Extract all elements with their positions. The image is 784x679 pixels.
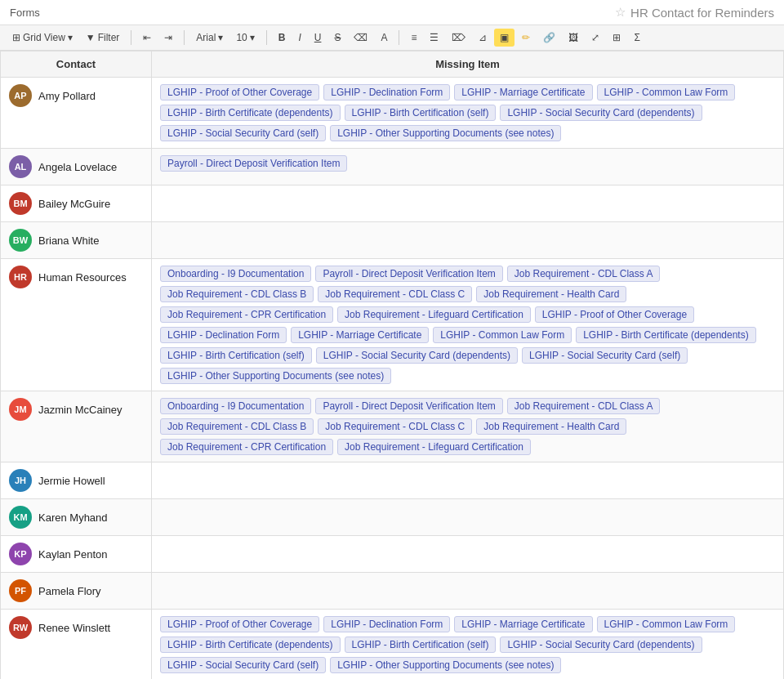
tag[interactable]: Payroll - Direct Deposit Verification It… xyxy=(160,155,347,172)
avatar: BM xyxy=(9,192,32,215)
align-left-button[interactable]: ≡ xyxy=(405,29,422,47)
sum-button[interactable]: Σ xyxy=(628,29,645,47)
avatar: KP xyxy=(9,543,32,565)
contact-cell: KMKaren Myhand xyxy=(1,499,151,535)
contact-cell: APAmy Pollard xyxy=(1,78,151,114)
contact-name[interactable]: Jazmin McCainey xyxy=(38,404,122,416)
table-row: ALAngela LovelacePayroll - Direct Deposi… xyxy=(1,149,784,185)
table-row: KMKaren Myhand xyxy=(1,499,784,536)
paint-bucket-button[interactable]: ⌫ xyxy=(348,29,373,47)
filter-button[interactable]: ▼ Filter xyxy=(80,29,126,47)
tag[interactable]: Job Requirement - Lifeguard Certificatio… xyxy=(337,306,531,323)
tag[interactable]: LGHIP - Other Supporting Documents (see … xyxy=(160,368,391,384)
tag[interactable]: LGHIP - Declination Form xyxy=(160,327,287,343)
tag[interactable]: LGHIP - Proof of Other Coverage xyxy=(160,84,319,101)
tag[interactable]: Onboarding - I9 Documentation xyxy=(160,398,311,414)
tag[interactable]: Job Requirement - CDL Class A xyxy=(507,398,661,414)
table-row: BWBriana White xyxy=(1,222,784,259)
tag[interactable]: Job Requirement - CPR Certification xyxy=(160,306,333,323)
tag[interactable]: LGHIP - Birth Certification (self) xyxy=(345,105,497,121)
contact-name[interactable]: Human Resources xyxy=(38,271,127,284)
tag[interactable]: Job Requirement - Health Card xyxy=(476,286,626,302)
align-center-button[interactable]: ☰ xyxy=(424,29,444,47)
avatar: JM xyxy=(9,398,32,421)
tags-container: Onboarding - I9 DocumentationPayroll - D… xyxy=(160,398,775,455)
contact-name[interactable]: Bailey McGuire xyxy=(38,198,110,210)
tag[interactable]: Payroll - Direct Deposit Verification It… xyxy=(315,398,502,414)
link-button[interactable]: 🔗 xyxy=(537,29,561,47)
indent-right-button[interactable]: ⇥ xyxy=(158,29,178,47)
missing-header: Missing Item xyxy=(152,51,784,78)
view-group: ⊞ Grid View ▾ ▼ Filter xyxy=(7,29,125,47)
indent-group: ⇤ ⇥ xyxy=(137,29,178,47)
underline-button[interactable]: U xyxy=(309,29,327,47)
tag[interactable]: Job Requirement - CDL Class A xyxy=(507,266,661,282)
tag[interactable]: Job Requirement - CDL Class C xyxy=(318,286,472,302)
contact-name[interactable]: Kaylan Penton xyxy=(38,548,108,561)
tag[interactable]: LGHIP - Birth Certificate (dependents) xyxy=(160,637,341,653)
indent-left-button[interactable]: ⇤ xyxy=(137,29,157,47)
font-select[interactable]: Arial ▾ xyxy=(190,29,229,47)
bold-button[interactable]: B xyxy=(273,29,292,47)
tag[interactable]: LGHIP - Birth Certificate (dependents) xyxy=(576,327,756,343)
tag[interactable]: LGHIP - Social Security Card (self) xyxy=(160,657,326,673)
contact-name[interactable]: Jermie Howell xyxy=(38,475,105,487)
tag[interactable]: LGHIP - Social Security Card (self) xyxy=(522,347,688,364)
grid-view-button[interactable]: ⊞ Grid View ▾ xyxy=(7,29,78,47)
image-button[interactable]: 🖼 xyxy=(563,29,584,47)
pencil-button[interactable]: ✏ xyxy=(516,29,536,47)
tag[interactable]: LGHIP - Birth Certification (self) xyxy=(345,637,497,653)
tag[interactable]: LGHIP - Declination Form xyxy=(323,616,450,632)
contact-name[interactable]: Pamela Flory xyxy=(38,585,101,597)
font-group: Arial ▾ 10 ▾ xyxy=(190,29,260,47)
contact-cell: HRHuman Resources xyxy=(1,259,151,295)
contact-name[interactable]: Briana White xyxy=(38,235,99,247)
contact-name[interactable]: Karen Myhand xyxy=(38,511,108,524)
tag[interactable]: LGHIP - Common Law Form xyxy=(597,616,736,632)
tag[interactable]: LGHIP - Social Security Card (dependents… xyxy=(500,105,702,121)
highlight-button[interactable]: ▣ xyxy=(494,29,514,47)
tag[interactable]: LGHIP - Proof of Other Coverage xyxy=(160,616,319,632)
tag[interactable]: Job Requirement - CDL Class C xyxy=(318,418,472,435)
tag[interactable]: LGHIP - Proof of Other Coverage xyxy=(535,306,694,323)
format-button[interactable]: ⊿ xyxy=(473,29,492,47)
tag[interactable]: Job Requirement - CPR Certification xyxy=(160,439,333,455)
tag[interactable]: LGHIP - Common Law Form xyxy=(597,84,736,101)
tag[interactable]: LGHIP - Marriage Certificate xyxy=(291,327,429,343)
tag[interactable]: LGHIP - Declination Form xyxy=(323,84,450,101)
tag[interactable]: LGHIP - Social Security Card (self) xyxy=(160,125,326,141)
tag[interactable]: LGHIP - Social Security Card (dependents… xyxy=(500,637,702,653)
contact-cell: BMBailey McGuire xyxy=(1,185,151,221)
text-color-button[interactable]: A xyxy=(375,29,393,47)
tag[interactable]: Payroll - Direct Deposit Verification It… xyxy=(315,266,502,282)
tag[interactable]: LGHIP - Social Security Card (dependents… xyxy=(316,347,518,364)
tag[interactable]: Onboarding - I9 Documentation xyxy=(160,266,311,282)
contact-cell: JMJazmin McCainey xyxy=(1,391,151,427)
tag[interactable]: Job Requirement - CDL Class B xyxy=(160,418,314,435)
grid-icon: ⊞ xyxy=(12,32,20,43)
contact-name[interactable]: Amy Pollard xyxy=(38,90,96,102)
table-row: BMBailey McGuire xyxy=(1,185,784,222)
tag[interactable]: LGHIP - Birth Certificate (dependents) xyxy=(160,105,341,121)
italic-button[interactable]: I xyxy=(292,29,306,47)
tag[interactable]: Job Requirement - Lifeguard Certificatio… xyxy=(337,439,531,455)
tag[interactable]: LGHIP - Other Supporting Documents (see … xyxy=(330,657,561,673)
star-icon[interactable]: ☆ xyxy=(615,5,626,20)
tag[interactable]: LGHIP - Marriage Certificate xyxy=(454,84,592,101)
tag[interactable]: LGHIP - Birth Certification (self) xyxy=(160,347,312,364)
tag[interactable]: Job Requirement - CDL Class B xyxy=(160,286,314,302)
size-select[interactable]: 10 ▾ xyxy=(230,29,260,47)
tag[interactable]: LGHIP - Common Law Form xyxy=(433,327,572,343)
more-button[interactable]: ⊞ xyxy=(607,29,626,47)
tag[interactable]: LGHIP - Marriage Certificate xyxy=(454,616,592,632)
clear-button[interactable]: ⌦ xyxy=(446,29,471,47)
separator-3 xyxy=(266,30,267,45)
contact-name[interactable]: Angela Lovelace xyxy=(38,161,117,173)
separator-1 xyxy=(131,30,131,45)
contact-name[interactable]: Renee Winslett xyxy=(38,622,110,634)
strikethrough-button[interactable]: S xyxy=(328,29,346,47)
tag[interactable]: LGHIP - Other Supporting Documents (see … xyxy=(330,125,561,141)
tag[interactable]: Job Requirement - Health Card xyxy=(476,418,626,435)
contact-cell: BWBriana White xyxy=(1,222,151,258)
expand-button[interactable]: ⤢ xyxy=(586,29,605,47)
